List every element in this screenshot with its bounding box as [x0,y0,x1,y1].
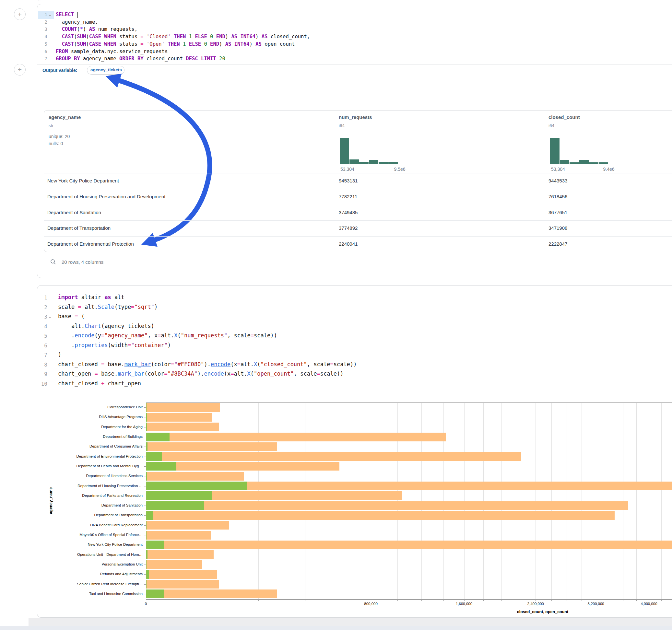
line-number: 3 [34,27,47,32]
y-axis-label: Correspondence Unit [0,405,143,409]
line-number: 4 [34,34,47,39]
search-icon[interactable] [50,259,56,265]
y-axis-line [146,403,146,599]
y-axis-label: Department of Health and Mental Hyg… [0,464,143,468]
code-token: FROM [56,49,68,54]
code-token: = [101,361,104,367]
code-token: WHEN [104,34,116,40]
code-token: AS [262,34,268,40]
y-axis-label: HRA Benefit Card Replacement [0,523,143,527]
code-token: scale [58,304,78,310]
code-token [186,34,189,40]
y-tick [144,506,146,506]
line-number: 7 [34,352,47,358]
gridline [551,403,552,599]
code-token: END [216,34,225,40]
code-token: Scale [98,304,115,310]
code-token: * [80,26,83,32]
code-token: + [101,380,104,387]
text-cursor [77,12,78,18]
y-tick [144,476,146,477]
y-tick [144,417,146,417]
code-token: DESC [186,56,198,62]
y-axis-label: Department of Sanitation [0,503,143,507]
code-token: CASE [89,34,101,40]
code-token: SELECT [56,12,74,18]
code-token [213,34,216,40]
code-line: GROUP BY agency_name ORDER BY closed_cou… [56,56,225,62]
bar-open-count [146,550,147,559]
fold-chevron-icon[interactable]: ⌄ [48,314,52,319]
code-token [74,12,77,18]
code-token: 1 [183,41,186,47]
code-token: = [330,361,333,367]
code-token: = [75,313,78,319]
code-token: ( [257,361,260,367]
row-separator [44,173,672,173]
code-token: mark_bar [118,370,144,377]
y-axis-title: agency_name [49,487,53,514]
gridline [422,403,422,599]
y-axis-label: Department of Buildings [0,435,143,438]
histogram-bar [570,162,579,164]
code-token: = [128,342,131,348]
line-number: 7 [34,56,47,61]
code-token: as [104,294,111,300]
bar-closed-count [146,452,521,461]
code-token: = [101,332,104,339]
code-token: ). [197,370,204,377]
code-line: .properties(width="container") [58,342,171,348]
code-token [171,34,174,40]
code-token: "container" [131,342,168,348]
column-stat-unique: unique: 20 [49,134,70,139]
bar-open-count [146,442,147,451]
code-token: ( [78,313,84,319]
gridline [661,403,662,599]
column-header-num-requests: num_requests [339,114,372,120]
table-cell-num-requests: 3749485 [339,210,358,215]
code-token [186,41,189,47]
code-token: 0 [204,41,207,47]
code-token: X [174,332,177,339]
code-token: status [116,34,141,40]
gridline [623,403,623,599]
code-line: CAST(SUM(CASE WHEN status = 'Closed' THE… [56,34,310,40]
code-token: ( [77,26,80,32]
code-token: ) [83,26,89,32]
y-axis-label: Senior Citizen Rent Increase Exempti… [0,582,143,586]
bar-closed-count [146,403,220,412]
code-token: (type [115,304,131,310]
y-tick [144,427,146,428]
add-cell-button-top[interactable]: + [14,8,26,20]
y-axis-label: Department of Parks and Recreation [0,493,143,498]
histogram-bar [359,162,368,164]
bar-open-count [146,589,164,598]
y-axis-label: Refunds and Adjustments [0,572,143,576]
x-axis-label: 3,200,000 [580,602,612,606]
code-line: COUNT(*) AS num_requests, [56,26,138,32]
code-token: = [95,370,98,377]
y-tick [144,457,146,457]
code-token [56,26,62,32]
add-cell-button-middle[interactable]: + [14,64,26,75]
gridline [581,403,582,599]
bar-open-count [146,511,153,520]
output-variable-input[interactable]: agency_tickets [87,66,124,75]
x-axis-label: 4,000,000 [633,602,665,606]
bar-open-count [146,482,247,490]
code-token: scale)) [334,361,357,367]
code-token: alt [111,294,124,300]
table-cell-num-requests: 7782211 [339,194,357,199]
table-footer-summary: 20 rows, 4 columns [62,259,103,265]
gridline [371,403,371,599]
output-variable-label: Output variable: [43,68,77,73]
bar-open-count [146,462,176,470]
code-token: BY [74,56,80,62]
histogram-bar [589,162,598,164]
code-token: ( [86,41,89,47]
fold-chevron-icon[interactable]: ⌄ [48,12,52,17]
code-line: chart_closed = base.mark_bar(color="#FFC… [58,361,357,367]
code-token: THEN [168,41,179,47]
gridline [341,403,341,599]
y-tick [144,555,146,555]
